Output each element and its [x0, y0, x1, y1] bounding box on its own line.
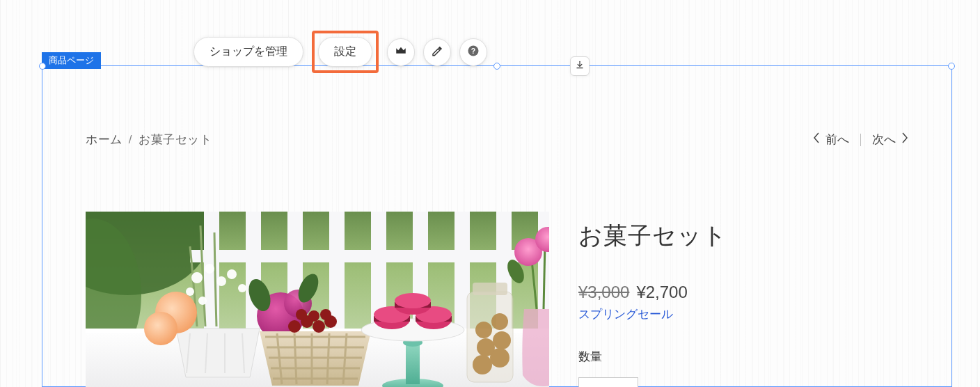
design-button[interactable]	[423, 38, 451, 66]
crown-icon	[395, 45, 407, 59]
price-row: ¥3,000 ¥2,700	[578, 283, 908, 302]
settings-button[interactable]: 設定	[318, 37, 372, 67]
help-button[interactable]: ?	[459, 38, 487, 66]
chevron-right-icon	[901, 132, 908, 147]
next-product-link[interactable]: 次へ	[872, 132, 908, 148]
svg-point-26	[238, 284, 246, 292]
svg-point-51	[308, 310, 319, 322]
sale-tag: スプリングセール	[578, 306, 908, 322]
quantity-input[interactable]	[578, 377, 638, 387]
nav-divider	[860, 134, 861, 146]
settings-highlight: 設定	[312, 31, 379, 73]
chevron-left-icon	[813, 132, 820, 147]
svg-point-70	[493, 331, 511, 349]
product-page-content: ホーム / お菓子セット 前へ 次へ	[42, 66, 951, 387]
breadcrumb-separator: /	[129, 133, 132, 146]
product-info: お菓子セット ¥3,000 ¥2,700 スプリングセール 数量	[578, 212, 908, 387]
svg-point-67	[473, 355, 492, 374]
prev-label: 前へ	[825, 132, 849, 148]
product-row: お菓子セット ¥3,000 ¥2,700 スプリングセール 数量	[86, 212, 908, 387]
svg-point-21	[191, 272, 203, 283]
svg-point-50	[320, 309, 331, 320]
svg-point-47	[313, 320, 325, 333]
download-tool-button[interactable]	[570, 56, 590, 76]
selection-frame[interactable]: 商品ページ ホーム / お菓子セット 前へ	[42, 65, 952, 387]
svg-rect-14	[190, 250, 549, 262]
svg-point-49	[296, 309, 307, 320]
breadcrumb: ホーム / お菓子セット	[86, 132, 212, 148]
svg-point-72	[491, 313, 508, 330]
product-nav: 前へ 次へ	[813, 132, 908, 148]
svg-line-74	[544, 243, 545, 309]
svg-point-30	[144, 312, 177, 345]
svg-text:?: ?	[471, 47, 475, 55]
svg-point-71	[475, 322, 492, 338]
svg-rect-66	[473, 283, 507, 295]
svg-point-22	[205, 264, 214, 274]
svg-point-23	[216, 276, 226, 286]
prev-product-link[interactable]: 前へ	[813, 132, 849, 148]
price-original: ¥3,000	[578, 283, 629, 302]
svg-point-45	[288, 320, 301, 333]
help-icon: ?	[467, 45, 480, 59]
svg-point-27	[198, 297, 207, 305]
breadcrumb-home[interactable]: ホーム	[86, 133, 122, 146]
svg-point-24	[186, 287, 194, 296]
manage-shop-button[interactable]: ショップを管理	[193, 37, 303, 67]
product-title: お菓子セット	[578, 220, 908, 252]
design-icon	[431, 45, 443, 59]
quantity-label: 数量	[578, 349, 908, 365]
premium-button[interactable]	[387, 38, 415, 66]
svg-point-69	[477, 338, 495, 356]
editor-toolbar: ショップを管理 設定 ?	[193, 31, 487, 73]
svg-rect-53	[406, 344, 420, 384]
breadcrumb-row: ホーム / お菓子セット 前へ 次へ	[86, 132, 908, 148]
svg-point-25	[227, 269, 237, 279]
price-sale: ¥2,700	[636, 283, 687, 302]
next-label: 次へ	[872, 132, 896, 148]
svg-point-64	[395, 293, 431, 308]
svg-rect-8	[329, 212, 345, 330]
breadcrumb-current: お菓子セット	[139, 133, 212, 146]
download-icon	[575, 60, 585, 72]
product-image[interactable]	[86, 212, 549, 387]
